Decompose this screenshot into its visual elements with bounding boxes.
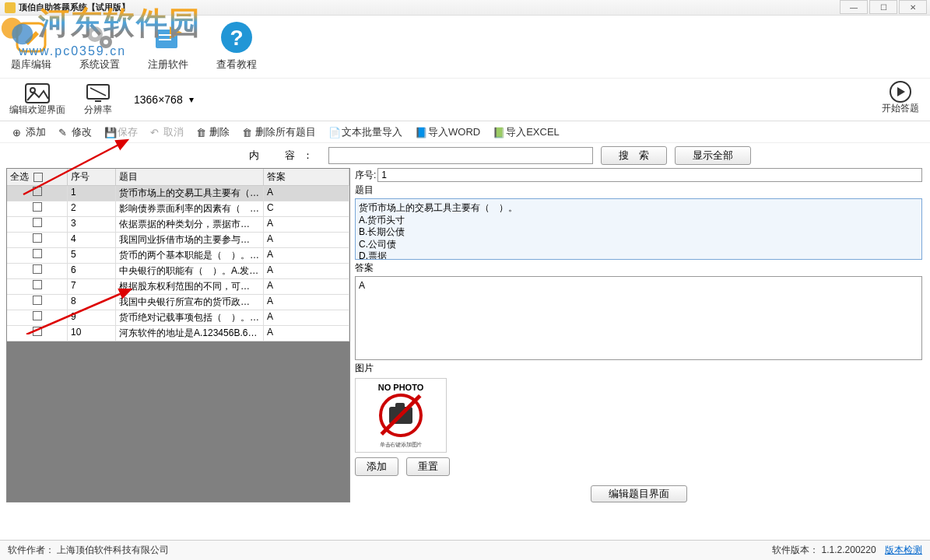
author-value: 上海顶伯软件科技有限公司 bbox=[57, 544, 169, 555]
svg-rect-9 bbox=[159, 39, 171, 40]
col-seq[interactable]: 序号 bbox=[68, 169, 116, 185]
no-photo-label: NO PHOTO bbox=[378, 383, 423, 392]
topic-label: 题目 bbox=[355, 184, 922, 197]
cancel-button[interactable]: ↶取消 bbox=[146, 124, 188, 141]
table-row[interactable]: 7根据股东权利范围的不同，可…A bbox=[7, 279, 349, 295]
close-button[interactable]: ✕ bbox=[899, 0, 927, 14]
pic-hint: 单击右键添加图片 bbox=[380, 441, 422, 448]
word-icon: 📘 bbox=[415, 127, 426, 138]
resolution-select[interactable]: 1366×768 ▾ bbox=[131, 92, 194, 107]
svg-point-4 bbox=[92, 31, 98, 37]
seq-label: 序号: bbox=[355, 169, 376, 182]
table-row[interactable]: 5货币的两个基本职能是（ ）。…A bbox=[7, 248, 349, 264]
status-bar: 软件作者： 上海顶伯软件科技有限公司 软件版本： 1.1.2.200220 版本… bbox=[0, 540, 930, 560]
table-row[interactable]: 9货币绝对记载事项包括（ ）。…A bbox=[7, 310, 349, 326]
start-answer-button[interactable]: 开始答题 bbox=[882, 82, 919, 115]
pic-reset-button[interactable]: 重置 bbox=[406, 457, 450, 476]
edit-icon bbox=[12, 19, 50, 56]
table-row[interactable]: 1货币市场上的交易工具主要有（…A bbox=[7, 186, 349, 201]
show-all-button[interactable]: 显示全部 bbox=[675, 146, 751, 165]
search-button[interactable]: 搜 索 bbox=[601, 146, 667, 165]
delete-all-button[interactable]: 🗑删除所有题目 bbox=[237, 124, 321, 141]
seq-input[interactable] bbox=[377, 168, 922, 182]
resolution-button[interactable]: 分辨率 bbox=[84, 83, 112, 117]
delete-button[interactable]: 🗑删除 bbox=[191, 124, 234, 141]
import-word-button[interactable]: 📘导入WORD bbox=[410, 124, 485, 141]
play-icon bbox=[888, 82, 913, 102]
row-checkbox[interactable] bbox=[33, 327, 42, 336]
table-row[interactable]: 2影响债券票面利率的因素有（ …C bbox=[7, 201, 349, 217]
import-text-button[interactable]: 📄文本批量导入 bbox=[324, 124, 407, 141]
pic-add-button[interactable]: 添加 bbox=[355, 457, 398, 476]
table-row[interactable]: 8我国中央银行所宣布的货币政…A bbox=[7, 295, 349, 310]
table-row[interactable]: 6中央银行的职能有（ ）。A.发…A bbox=[7, 264, 349, 279]
trash-icon: 🗑 bbox=[196, 127, 207, 138]
tab-register[interactable]: 注册软件 bbox=[145, 19, 191, 78]
maximize-button[interactable]: ☐ bbox=[869, 0, 897, 14]
no-camera-icon bbox=[379, 394, 423, 437]
detail-panel: 序号: 题目 货币市场上的交易工具主要有（ ）。 A.货币头寸 B.长期公债 C… bbox=[350, 168, 930, 502]
table-row[interactable]: 3依据票据的种类划分，票据市…A bbox=[7, 217, 349, 233]
edit-welcome-button[interactable]: 编辑欢迎界面 bbox=[9, 83, 65, 117]
topic-textarea[interactable]: 货币市场上的交易工具主要有（ ）。 A.货币头寸 B.长期公债 C.公司债 D.… bbox=[355, 198, 922, 260]
monitor-icon bbox=[86, 83, 111, 103]
svg-rect-8 bbox=[159, 34, 171, 36]
table-header: 全选 序号 题目 答案 bbox=[7, 169, 349, 186]
app-icon bbox=[5, 2, 16, 13]
answer-textarea[interactable]: A bbox=[355, 276, 922, 360]
tab-system-settings[interactable]: 系统设置 bbox=[76, 19, 123, 78]
title-bar: 顶伯自助答题系统【试用版】 — ☐ ✕ bbox=[0, 0, 930, 16]
minimize-button[interactable]: — bbox=[840, 0, 868, 14]
row-checkbox[interactable] bbox=[33, 202, 42, 212]
window-title: 顶伯自助答题系统【试用版】 bbox=[19, 2, 130, 13]
row-checkbox[interactable] bbox=[33, 249, 42, 258]
row-checkbox[interactable] bbox=[33, 264, 42, 274]
version-value: 1.1.2.200220 bbox=[822, 544, 876, 555]
svg-point-6 bbox=[104, 40, 108, 44]
svg-text:?: ? bbox=[230, 26, 243, 50]
import-excel-button[interactable]: 📗导入EXCEL bbox=[488, 124, 564, 141]
excel-icon: 📗 bbox=[493, 127, 504, 138]
answer-label: 答案 bbox=[355, 261, 922, 275]
tab-question-bank[interactable]: 题库编辑 bbox=[8, 19, 54, 78]
row-checkbox[interactable] bbox=[33, 218, 42, 227]
row-checkbox[interactable] bbox=[33, 311, 42, 320]
tab-tutorial[interactable]: ? 查看教程 bbox=[213, 19, 260, 78]
sub-toolbar: 编辑欢迎界面 分辨率 1366×768 ▾ 开始答题 bbox=[0, 78, 930, 121]
plus-icon: ⊕ bbox=[12, 127, 23, 138]
table-body: 1货币市场上的交易工具主要有（…A2影响债券票面利率的因素有（ …C3依据票据的… bbox=[7, 186, 349, 341]
document-icon: 📄 bbox=[328, 127, 339, 138]
register-icon bbox=[149, 19, 187, 56]
author-label: 软件作者： bbox=[8, 544, 54, 555]
table-row[interactable]: 4我国同业拆借市场的主要参与…A bbox=[7, 233, 349, 248]
pencil-icon: ✎ bbox=[58, 127, 69, 138]
add-button[interactable]: ⊕添加 bbox=[8, 124, 51, 141]
row-checkbox[interactable] bbox=[33, 233, 42, 243]
question-table: 全选 序号 题目 答案 1货币市场上的交易工具主要有（…A2影响债券票面利率的因… bbox=[6, 168, 350, 502]
col-select-all[interactable]: 全选 bbox=[7, 169, 68, 185]
trash-icon: 🗑 bbox=[242, 127, 253, 138]
chevron-down-icon: ▾ bbox=[189, 94, 194, 105]
edit-button[interactable]: ✎修改 bbox=[54, 124, 97, 141]
content-area: 全选 序号 题目 答案 1货币市场上的交易工具主要有（…A2影响债券票面利率的因… bbox=[0, 168, 930, 502]
action-bar: ⊕添加 ✎修改 💾保存 ↶取消 🗑删除 🗑删除所有题目 📄文本批量导入 📘导入W… bbox=[0, 121, 930, 143]
search-input[interactable] bbox=[328, 147, 593, 164]
table-row[interactable]: 10河东软件的地址是A.123456B.6…A bbox=[7, 326, 349, 341]
col-answer[interactable]: 答案 bbox=[264, 169, 349, 185]
search-label: 内 容： bbox=[249, 149, 321, 163]
row-checkbox[interactable] bbox=[33, 280, 42, 289]
pic-label: 图片 bbox=[355, 362, 922, 375]
col-topic[interactable]: 题目 bbox=[116, 169, 264, 185]
gear-icon bbox=[81, 19, 118, 56]
save-icon: 💾 bbox=[104, 127, 115, 138]
window-controls: — ☐ ✕ bbox=[838, 0, 927, 14]
undo-icon: ↶ bbox=[150, 127, 161, 138]
save-button[interactable]: 💾保存 bbox=[100, 124, 142, 141]
picture-placeholder[interactable]: NO PHOTO 单击右键添加图片 bbox=[355, 378, 447, 453]
version-label: 软件版本： bbox=[772, 544, 819, 555]
search-bar: 内 容： 搜 索 显示全部 bbox=[0, 143, 930, 168]
edit-question-ui-button[interactable]: 编辑题目界面 bbox=[591, 485, 687, 502]
version-check-link[interactable]: 版本检测 bbox=[885, 544, 922, 555]
row-checkbox[interactable] bbox=[33, 296, 42, 305]
row-checkbox[interactable] bbox=[33, 187, 42, 196]
